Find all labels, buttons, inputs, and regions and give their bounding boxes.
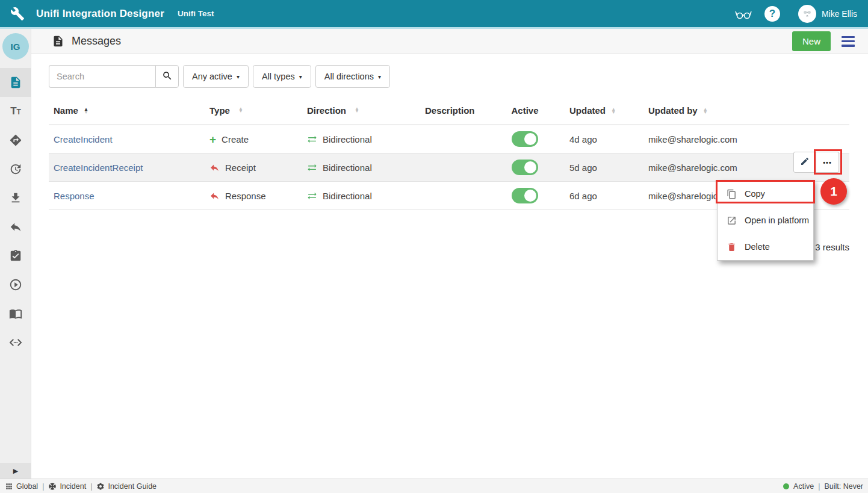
sidebar-item-run[interactable] [0, 270, 31, 299]
pencil-icon [800, 157, 810, 169]
sidebar-item-tasks[interactable] [0, 241, 31, 270]
column-header-direction[interactable]: Direction ▲▼ [307, 105, 425, 116]
direction-filter-dropdown[interactable]: All directions ▾ [315, 65, 390, 88]
menu-item-delete[interactable]: Delete [718, 234, 813, 260]
statusbar-app[interactable]: Incident [48, 482, 86, 491]
sidebar: IG TT ▶ [0, 29, 31, 479]
sidebar-item-history[interactable] [0, 155, 31, 184]
sidebar-item-messages[interactable] [0, 68, 31, 97]
column-header-updated[interactable]: Updated ▲▼ [556, 105, 648, 116]
history-icon [9, 163, 22, 176]
annotation-step-badge: 1 [820, 178, 847, 205]
caret-down-icon: ▾ [378, 73, 381, 80]
reply-icon [9, 220, 22, 234]
workspace-name: Unifi Test [178, 9, 214, 18]
type-filter-dropdown[interactable]: All types ▾ [253, 65, 311, 88]
incident-icon [48, 482, 57, 491]
user-avatar [798, 5, 816, 23]
direction-label: Bidirectional [323, 191, 372, 201]
sidebar-collapse-button[interactable]: ▶ [0, 463, 31, 479]
updated-cell: 6d ago [556, 191, 648, 201]
active-toggle[interactable] [512, 160, 538, 175]
caret-down-icon: ▾ [299, 73, 302, 80]
code-icon [8, 335, 23, 350]
plus-icon: + [209, 134, 216, 145]
active-status-label: Active [793, 482, 814, 491]
sort-icon: ▲▼ [238, 108, 243, 113]
open-in-new-icon [727, 215, 737, 226]
message-link[interactable]: CreateIncident [54, 134, 113, 144]
active-toggle[interactable] [512, 188, 538, 203]
results-count: 3 results [815, 242, 849, 252]
new-button[interactable]: New [792, 31, 831, 51]
menu-icon[interactable] [842, 36, 855, 47]
column-header-name[interactable]: Name ▲▼ [49, 105, 209, 116]
status-bar: Global | Incident | Incident Guide Activ… [0, 479, 868, 493]
search-icon [162, 70, 173, 83]
bidirectional-icon [307, 163, 317, 173]
table-header: Name ▲▼ Type ▲▼ Direction ▲▼ Description… [49, 96, 849, 125]
more-actions-button[interactable]: ••• [816, 152, 839, 173]
message-link[interactable]: CreateIncidentReceipt [54, 163, 143, 173]
column-header-description: Description [425, 105, 494, 116]
clipboard-check-icon [9, 249, 22, 262]
sidebar-item-code[interactable] [0, 328, 31, 357]
menu-item-copy[interactable]: Copy [718, 181, 813, 207]
trash-icon [727, 242, 737, 252]
edit-button[interactable] [793, 152, 816, 173]
response-icon [209, 191, 220, 201]
column-header-updated-by[interactable]: Updated by ▲▼ [648, 105, 849, 116]
direction-label: Bidirectional [323, 163, 372, 173]
spectacles-icon[interactable] [733, 4, 754, 24]
filter-bar: Any active ▾ All types ▾ All directions … [49, 65, 849, 88]
active-toggle[interactable] [512, 131, 538, 147]
top-bar: Unifi Integration Designer Unifi Test ? … [0, 0, 868, 27]
caret-down-icon: ▾ [237, 73, 240, 80]
user-menu[interactable]: Mike Ellis [798, 5, 857, 23]
grid-icon [5, 482, 13, 491]
context-menu: Copy Open in platform Delete [717, 180, 814, 261]
play-circle-icon [9, 278, 22, 291]
bidirectional-icon [307, 191, 317, 201]
sidebar-item-fields[interactable]: TT [0, 97, 31, 126]
sort-icon: ▲▼ [84, 108, 88, 114]
copy-icon [727, 189, 737, 199]
document-icon [9, 76, 22, 89]
separator: | [42, 482, 44, 491]
sidebar-item-documentation[interactable] [0, 299, 31, 328]
directions-icon [9, 134, 22, 147]
sort-icon: ▲▼ [355, 108, 359, 113]
message-link[interactable]: Response [54, 191, 95, 201]
collapse-arrow-icon: ▶ [13, 467, 18, 475]
separator: | [818, 482, 820, 491]
search-input[interactable] [49, 65, 155, 88]
search-button[interactable] [155, 65, 179, 88]
bidirectional-icon [307, 134, 317, 144]
menu-item-open-in-platform[interactable]: Open in platform [718, 207, 813, 234]
messages-icon [52, 35, 64, 48]
gear-icon [96, 482, 105, 491]
page-title: Messages [72, 35, 121, 48]
type-label: Receipt [225, 163, 256, 173]
ellipsis-icon: ••• [823, 159, 832, 166]
help-icon[interactable]: ? [762, 4, 783, 24]
sidebar-item-download[interactable] [0, 184, 31, 212]
built-status: Built: Never [824, 482, 863, 491]
app-window: Unifi Integration Designer Unifi Test ? … [0, 0, 868, 493]
type-label: Response [225, 191, 266, 201]
active-filter-dropdown[interactable]: Any active ▾ [183, 65, 249, 88]
direction-label: Bidirectional [323, 134, 372, 144]
type-label: Create [222, 134, 249, 144]
row-actions: ••• [793, 152, 839, 173]
statusbar-integration[interactable]: Incident Guide [96, 482, 157, 491]
integration-avatar[interactable]: IG [2, 33, 29, 60]
sort-icon: ▲▼ [611, 108, 616, 114]
column-header-type[interactable]: Type ▲▼ [209, 105, 307, 116]
updated-by-cell: mike@sharelogic.com [648, 134, 849, 144]
statusbar-scope[interactable]: Global [5, 482, 38, 491]
wrench-icon [8, 5, 26, 23]
sort-icon: ▲▼ [703, 108, 708, 114]
sidebar-item-directions[interactable] [0, 126, 31, 155]
sidebar-item-reply[interactable] [0, 212, 31, 241]
active-status-icon [783, 483, 789, 489]
